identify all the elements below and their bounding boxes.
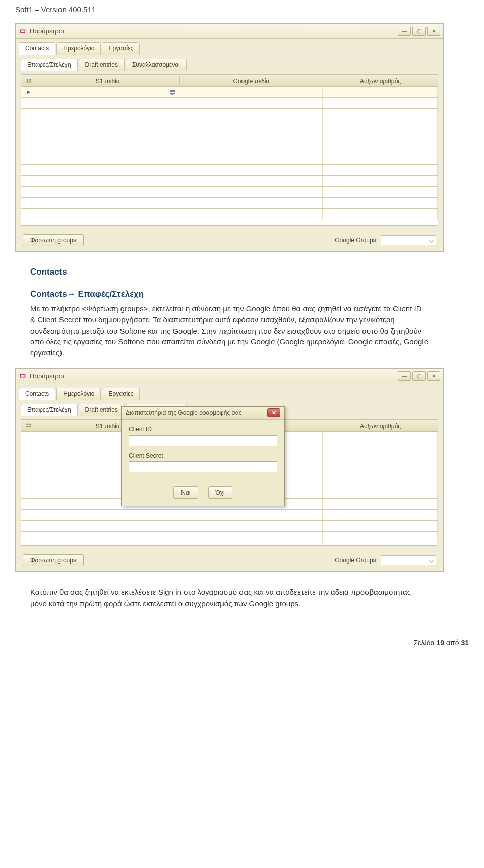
- tab-contacts-staff[interactable]: Επαφές/Στελέχη: [21, 59, 78, 71]
- svg-point-2: [26, 424, 28, 426]
- tab-transactors[interactable]: Συναλλασσόμενοι: [126, 59, 187, 71]
- svg-point-0: [26, 79, 28, 81]
- google-groups-select[interactable]: [381, 555, 436, 565]
- dialog-title: Διαπιστευτήρια της Google εφαρμοφής σας: [126, 409, 267, 416]
- titlebar: Παράμετροι — ▢ ✕: [16, 369, 443, 384]
- col-serial[interactable]: Αύξων αριθμός: [323, 421, 438, 430]
- col-google-fields[interactable]: Google πεδία: [180, 76, 324, 85]
- svg-point-3: [29, 424, 31, 426]
- table-row[interactable]: [21, 131, 438, 142]
- page-footer: Σελίδα 19 από 31: [15, 639, 469, 647]
- table-row[interactable]: [21, 532, 438, 543]
- tab-draft-entries[interactable]: Draft entries: [79, 404, 125, 416]
- row-marker-icon: [21, 87, 36, 97]
- google-groups-label: Google Groups:: [335, 557, 378, 564]
- body-paragraph-2: Κατόπιν θα σας ζητηθεί να εκτελέσετε Sig…: [30, 587, 429, 609]
- main-tabs: Contacts Ημερολόγιο Εργασίες: [16, 39, 443, 55]
- table-row[interactable]: [21, 521, 438, 532]
- table-row[interactable]: [21, 87, 438, 98]
- page-header: Soft1 – Version 400.511: [15, 5, 469, 16]
- table-row[interactable]: [21, 142, 438, 153]
- table-row[interactable]: [21, 176, 438, 187]
- col-s1-fields[interactable]: S1 πεδία: [36, 76, 180, 85]
- window-footer-bar: Φόρτωση groups Google Groups:: [16, 229, 443, 251]
- minimize-button[interactable]: —: [398, 371, 411, 381]
- col-serial[interactable]: Αύξων αριθμός: [323, 76, 438, 85]
- client-id-label: Client ID: [129, 426, 277, 433]
- close-button[interactable]: ✕: [427, 27, 440, 36]
- credentials-dialog: Διαπιστευτήρια της Google εφαρμοφής σας …: [121, 406, 285, 506]
- client-id-input[interactable]: [129, 435, 277, 446]
- table-row[interactable]: [21, 187, 438, 198]
- maximize-button[interactable]: ▢: [412, 371, 426, 381]
- dropdown-icon[interactable]: [169, 88, 177, 96]
- serial-cell[interactable]: [323, 87, 438, 97]
- tab-calendar[interactable]: Ημερολόγιο: [56, 42, 101, 55]
- window-footer-bar: Φόρτωση groups Google Groups:: [16, 549, 443, 571]
- close-button[interactable]: ✕: [427, 371, 440, 381]
- yes-button[interactable]: Ναι: [173, 486, 198, 499]
- tab-tasks[interactable]: Εργασίες: [102, 42, 140, 55]
- tab-contacts-staff[interactable]: Επαφές/Στελέχη: [21, 404, 78, 416]
- grid-header: S1 πεδία Google πεδία Αύξων αριθμός: [21, 75, 438, 87]
- maximize-button[interactable]: ▢: [412, 27, 426, 36]
- table-row[interactable]: [21, 109, 438, 120]
- sub-tabs: Επαφές/Στελέχη Draft entries Συναλλασσόμ…: [16, 55, 443, 71]
- tab-calendar[interactable]: Ημερολόγιο: [56, 388, 101, 400]
- table-row[interactable]: [21, 510, 438, 521]
- tab-draft-entries[interactable]: Draft entries: [79, 59, 125, 71]
- minimize-button[interactable]: —: [398, 27, 411, 36]
- no-button[interactable]: Όχι: [208, 486, 232, 499]
- table-row[interactable]: [21, 98, 438, 109]
- google-field-cell[interactable]: [179, 87, 323, 97]
- google-groups-label: Google Groups:: [335, 237, 378, 244]
- table-row[interactable]: [21, 153, 438, 165]
- window-title: Παράμετροι: [30, 372, 398, 380]
- tab-tasks[interactable]: Εργασίες: [102, 388, 140, 400]
- dialog-titlebar: Διαπιστευτήρια της Google εφαρμοφής σας …: [122, 407, 284, 420]
- client-secret-label: Client Secret: [129, 452, 277, 459]
- table-row[interactable]: [21, 209, 438, 220]
- table-row[interactable]: [21, 165, 438, 176]
- app-logo-icon: [19, 372, 27, 380]
- tab-contacts[interactable]: Contacts: [19, 388, 55, 400]
- client-secret-input[interactable]: [129, 461, 277, 472]
- chevron-down-icon: [429, 236, 434, 244]
- load-groups-button[interactable]: Φόρτωση groups: [23, 554, 84, 566]
- tab-contacts[interactable]: Contacts: [19, 42, 55, 55]
- s1-field-cell[interactable]: [36, 87, 179, 97]
- svg-point-1: [29, 79, 31, 81]
- parameters-window: Παράμετροι — ▢ ✕ Contacts Ημερολόγιο Εργ…: [15, 23, 444, 252]
- window-title: Παράμετροι: [30, 27, 398, 35]
- section-heading-contacts: Contacts: [30, 267, 469, 277]
- grid-corner-icon: [21, 420, 36, 431]
- google-groups-select[interactable]: [381, 235, 436, 245]
- dialog-close-button[interactable]: ✕: [267, 408, 280, 417]
- chevron-down-icon: [429, 556, 434, 564]
- app-logo-icon: [19, 27, 27, 35]
- body-paragraph-1: Με το πλήκτρο <Φόρτωση groups>, εκτελείτ…: [30, 303, 429, 358]
- titlebar: Παράμετροι — ▢ ✕: [16, 24, 443, 39]
- table-row[interactable]: [21, 120, 438, 131]
- main-tabs: Contacts Ημερολόγιο Εργασίες: [16, 384, 443, 400]
- section-heading-path: Contacts→ Επαφές/Στελέχη: [30, 289, 469, 299]
- load-groups-button[interactable]: Φόρτωση groups: [23, 234, 84, 246]
- grid-corner-icon: [21, 75, 36, 86]
- field-mapping-grid: S1 πεδία Google πεδία Αύξων αριθμός: [21, 74, 438, 226]
- table-row[interactable]: [21, 198, 438, 209]
- close-icon: ✕: [272, 410, 276, 416]
